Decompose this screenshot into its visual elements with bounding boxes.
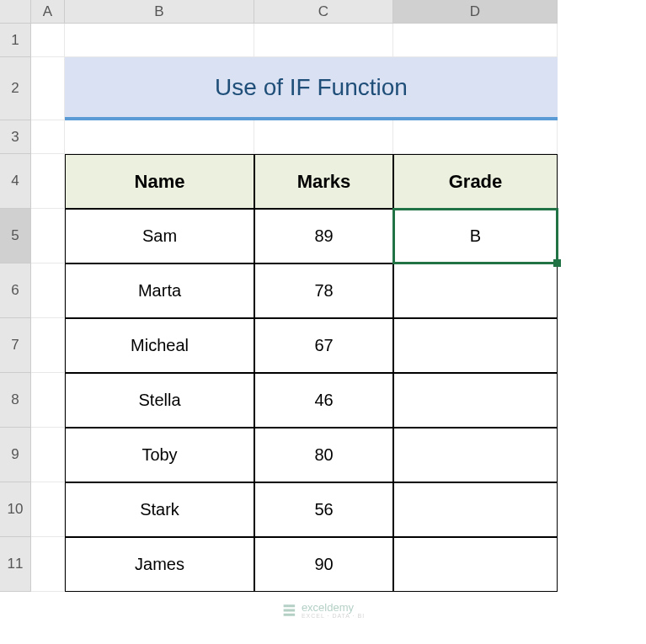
table-row[interactable] [393, 428, 558, 482]
watermark: exceldemy EXCEL · DATA · BI [281, 602, 365, 619]
row-header-11[interactable]: 11 [0, 537, 31, 592]
watermark-name: exceldemy [302, 602, 365, 613]
table-row[interactable] [393, 482, 558, 537]
spreadsheet-grid: A B C D 1 2 Use of IF Function 3 4 Name … [0, 0, 646, 592]
table-row[interactable] [393, 537, 558, 592]
table-row[interactable]: Toby [65, 428, 254, 482]
row-header-9[interactable]: 9 [0, 428, 31, 482]
table-row[interactable]: 78 [254, 263, 393, 318]
select-all-corner[interactable] [0, 0, 31, 24]
cell-b1[interactable] [65, 24, 254, 57]
table-row[interactable]: 89 [254, 209, 393, 263]
table-row[interactable]: 56 [254, 482, 393, 537]
watermark-text: exceldemy EXCEL · DATA · BI [302, 602, 365, 619]
table-row[interactable]: Marta [65, 263, 254, 318]
cell-a4[interactable] [31, 154, 65, 209]
row-header-1[interactable]: 1 [0, 24, 31, 57]
table-row[interactable] [393, 373, 558, 428]
cell-d5-selected[interactable]: B [393, 209, 558, 263]
table-row[interactable]: Sam [65, 209, 254, 263]
cell-value: B [470, 226, 481, 246]
cell-d3[interactable] [393, 120, 558, 154]
cell-c3[interactable] [254, 120, 393, 154]
fill-handle[interactable] [553, 259, 561, 267]
cell-a2[interactable] [31, 57, 65, 120]
cell-a11[interactable] [31, 537, 65, 592]
table-row[interactable]: James [65, 537, 254, 592]
table-row[interactable]: 67 [254, 318, 393, 373]
col-header-a[interactable]: A [31, 0, 65, 24]
table-row[interactable] [393, 318, 558, 373]
table-row[interactable]: Stark [65, 482, 254, 537]
cell-a5[interactable] [31, 209, 65, 263]
row-header-10[interactable]: 10 [0, 482, 31, 537]
table-row[interactable]: Stella [65, 373, 254, 428]
exceldemy-logo-icon [281, 603, 296, 618]
cell-a8[interactable] [31, 373, 65, 428]
cell-c1[interactable] [254, 24, 393, 57]
table-row[interactable]: 46 [254, 373, 393, 428]
cell-a1[interactable] [31, 24, 65, 57]
table-row[interactable] [393, 263, 558, 318]
table-header-name[interactable]: Name [65, 154, 254, 209]
table-row[interactable]: 90 [254, 537, 393, 592]
row-header-3[interactable]: 3 [0, 120, 31, 154]
cell-b3[interactable] [65, 120, 254, 154]
cell-d1[interactable] [393, 24, 558, 57]
cell-a9[interactable] [31, 428, 65, 482]
cell-a3[interactable] [31, 120, 65, 154]
col-header-b[interactable]: B [65, 0, 254, 24]
row-header-6[interactable]: 6 [0, 263, 31, 318]
watermark-tagline: EXCEL · DATA · BI [302, 613, 365, 619]
cell-a7[interactable] [31, 318, 65, 373]
col-header-c[interactable]: C [254, 0, 393, 24]
row-header-5[interactable]: 5 [0, 209, 31, 263]
table-header-grade[interactable]: Grade [393, 154, 558, 209]
col-header-d[interactable]: D [393, 0, 558, 24]
title-cell[interactable]: Use of IF Function [65, 57, 558, 120]
row-header-2[interactable]: 2 [0, 57, 31, 120]
table-header-marks[interactable]: Marks [254, 154, 393, 209]
row-header-7[interactable]: 7 [0, 318, 31, 373]
cell-a6[interactable] [31, 263, 65, 318]
cell-a10[interactable] [31, 482, 65, 537]
table-row[interactable]: Micheal [65, 318, 254, 373]
table-row[interactable]: 80 [254, 428, 393, 482]
row-header-4[interactable]: 4 [0, 154, 31, 209]
row-header-8[interactable]: 8 [0, 373, 31, 428]
